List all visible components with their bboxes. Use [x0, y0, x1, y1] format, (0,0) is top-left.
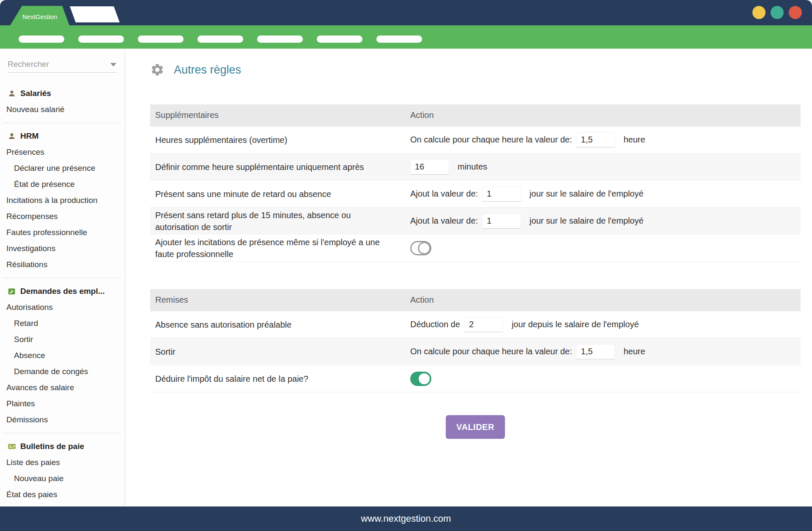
window-titlebar: NextGestion: [0, 0, 812, 25]
sidebar-item[interactable]: Résiliations: [0, 257, 125, 273]
window-dot-red[interactable]: [789, 6, 802, 19]
window-dot-yellow[interactable]: [752, 6, 765, 19]
sidebar-item[interactable]: Investigations: [0, 241, 125, 257]
validate-button[interactable]: VALIDER: [446, 415, 505, 439]
table-row: Présent sans retard plus de 15 minutes, …: [150, 208, 801, 235]
action-text-after: jour depuis le salaire de l'employé: [512, 320, 639, 329]
rule-label: Ajouter les incitations de présence même…: [150, 236, 405, 260]
value-input[interactable]: [482, 213, 521, 229]
sidebar-item[interactable]: État de présence: [0, 176, 125, 192]
sidebar-item[interactable]: Incitations à la production: [0, 192, 125, 208]
sidebar-item[interactable]: Nouveau salarié: [0, 101, 125, 118]
sidebar-item[interactable]: Autorisations: [0, 299, 125, 315]
chevron-down-icon: [110, 63, 116, 66]
rules-table: SupplémentairesActionHeures supplémentai…: [150, 104, 801, 262]
search-box: [8, 56, 117, 73]
sidebar-item[interactable]: Liste des paies: [0, 454, 125, 471]
action-text-after: jour sur le salaire de l'employé: [529, 216, 644, 226]
nav-pill[interactable]: [198, 36, 243, 43]
nav-pill[interactable]: [19, 36, 64, 43]
value-input[interactable]: [410, 159, 449, 175]
value-input[interactable]: [482, 186, 521, 202]
sidebar-item[interactable]: Absence: [0, 348, 125, 364]
sidebar-item[interactable]: Déclarer une présence: [0, 160, 125, 176]
toggle-knob: [419, 373, 430, 384]
divider: [3, 123, 121, 123]
table-header-left: Remises: [150, 289, 405, 311]
rule-label: Déduire l'impôt du salaire net de la pai…: [150, 373, 405, 385]
action-text-before: On calcule pour chaque heure la valeur d…: [410, 135, 572, 145]
table-header-action: Action: [405, 289, 801, 311]
table-row: Ajouter les incitations de présence même…: [150, 235, 801, 262]
action-text-before: Ajout la valeur de:: [410, 189, 478, 199]
rule-action: Ajout la valeur de:jour sur le salaire d…: [405, 181, 801, 207]
sidebar-item[interactable]: Plaintes: [0, 396, 125, 412]
rule-label: Heures supplémentaires (overtime): [150, 134, 405, 146]
sidebar-section-title[interactable]: HRM: [0, 128, 125, 144]
table-row: Heures supplémentaires (overtime)On calc…: [150, 126, 801, 153]
table-header-left: Supplémentaires: [150, 104, 405, 126]
action-text-before: On calcule pour chaque heure la valeur d…: [410, 347, 572, 356]
action-text-before: Ajout la valeur de:: [410, 216, 478, 226]
value-input[interactable]: [464, 317, 503, 332]
rule-label: Absence sans autorisation préalable: [150, 319, 405, 331]
sidebar-section-title[interactable]: Demandes des empl...: [0, 283, 125, 299]
button-row: VALIDER: [150, 415, 801, 439]
rule-action: On calcule pour chaque heure la valeur d…: [405, 338, 801, 365]
sidebar-item[interactable]: Avances de salaire: [0, 380, 125, 396]
sidebar-item[interactable]: Demande de congés: [0, 364, 125, 380]
table-header-row: RemisesAction: [150, 289, 801, 311]
toggle-switch[interactable]: [410, 372, 431, 386]
sidebar-item[interactable]: Retard: [0, 315, 125, 331]
sidebar-item[interactable]: État des paies: [0, 487, 125, 503]
action-text-after: jour sur le salaire de l'employé: [529, 189, 644, 199]
search-input[interactable]: [8, 60, 117, 69]
rules-tables: SupplémentairesActionHeures supplémentai…: [150, 104, 801, 392]
sidebar-section-label: HRM: [20, 131, 38, 141]
content: Autres règles SupplémentairesActionHeure…: [125, 49, 812, 506]
sidebar-section-title[interactable]: Salariés: [0, 85, 125, 101]
table-header-row: SupplémentairesAction: [150, 104, 801, 126]
brand-tab[interactable]: NextGestion: [10, 6, 69, 25]
sidebar-item[interactable]: Présences: [0, 144, 125, 160]
nav-pill[interactable]: [257, 36, 303, 43]
sidebar-section-label: Salariés: [20, 89, 51, 98]
rule-action: On calcule pour chaque heure la valeur d…: [405, 126, 801, 153]
page-title: Autres règles: [174, 63, 241, 77]
sidebar-item[interactable]: Sortir: [0, 331, 125, 348]
rule-action: Ajout la valeur de:jour sur le salaire d…: [405, 208, 801, 234]
sidebar-item[interactable]: Fautes professionnelle: [0, 224, 125, 241]
app-window: NextGestion SalariésNouveau salariéHRMPr…: [0, 0, 812, 531]
secondary-tab[interactable]: [70, 6, 120, 22]
nav-pill[interactable]: [376, 36, 422, 43]
sidebar-section-label: Bulletins de paie: [20, 442, 84, 451]
nav-pill[interactable]: [317, 36, 362, 43]
sidebar-section-label: Demandes des empl...: [20, 287, 105, 296]
payslip-icon: [8, 442, 16, 451]
rule-label: Présent sans retard plus de 15 minutes, …: [150, 209, 405, 233]
value-input[interactable]: [576, 344, 615, 359]
rule-label: Sortir: [150, 346, 405, 358]
sidebar-item[interactable]: Démissions: [0, 412, 125, 428]
nav-pill[interactable]: [78, 36, 124, 43]
action-text-after: minutes: [458, 162, 487, 172]
person-icon: [8, 132, 16, 140]
window-controls: [752, 6, 802, 19]
sidebar-section-title[interactable]: Bulletins de paie: [0, 438, 125, 454]
request-icon: [8, 287, 16, 296]
sidebar-item[interactable]: Récompenses: [0, 208, 125, 224]
person-icon: [8, 89, 16, 98]
table-header-action: Action: [405, 104, 801, 126]
rules-table: RemisesActionAbsence sans autorisation p…: [150, 289, 801, 392]
table-row: Définir comme heure supplémentaire uniqu…: [150, 153, 801, 181]
table-row: Absence sans autorisation préalableDéduc…: [150, 311, 801, 338]
rule-action: minutes: [405, 153, 801, 180]
table-row: Présent sans une minute de retard ou abs…: [150, 181, 801, 208]
footer-url: www.nextgestion.com: [361, 513, 451, 524]
toggle-switch[interactable]: [410, 241, 431, 255]
sidebar-item[interactable]: Nouveau paie: [0, 471, 125, 487]
sidebar-sections: SalariésNouveau salariéHRMPrésencesDécla…: [0, 85, 125, 503]
nav-pill[interactable]: [138, 36, 184, 43]
window-dot-teal[interactable]: [771, 6, 784, 19]
value-input[interactable]: [576, 132, 615, 148]
